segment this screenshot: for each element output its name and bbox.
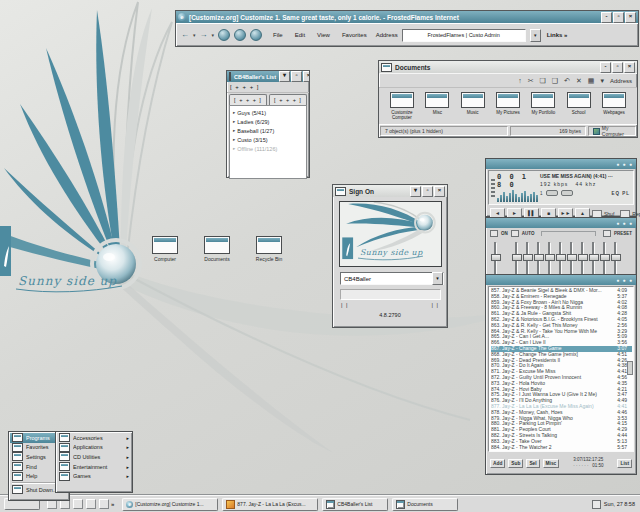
back-dropdown-icon[interactable]: ▾ xyxy=(193,32,196,38)
sign-on-titlebar[interactable]: Sign On ▾ ▫ × xyxy=(333,185,447,197)
setup-button[interactable]: | | xyxy=(341,302,348,308)
restore-button[interactable]: ▫ xyxy=(422,186,433,197)
track-title-marquee[interactable]: USE ME MISS AGAIN) (4:41) ··· xyxy=(540,173,630,179)
menu-item-games[interactable]: Games▸ xyxy=(57,471,131,481)
visualizer[interactable]: 0 0 1 8 0 xyxy=(496,171,536,204)
forward-dropdown-icon[interactable]: ▾ xyxy=(212,32,215,38)
password-field[interactable] xyxy=(340,289,441,300)
minimize-button[interactable]: - xyxy=(600,62,611,73)
buddy-group[interactable]: ▸Baseball (1/27) xyxy=(231,126,305,135)
copy-icon[interactable]: ❏ xyxy=(540,77,546,85)
restore-button[interactable]: ▫ xyxy=(613,12,624,23)
clock[interactable]: Sun, 27 8:58 xyxy=(604,501,635,507)
playlist-sel-button[interactable]: Sel xyxy=(526,459,539,468)
buddy-group[interactable]: ▸Offline (111/126) xyxy=(231,144,305,153)
menu-item-applications[interactable]: Applications▸ xyxy=(57,443,131,453)
screen-name-combobox[interactable]: CB4Baller ▾ xyxy=(340,272,444,285)
documents-titlebar[interactable]: Documents - ▫ × xyxy=(379,61,637,73)
menu-item-entertainment[interactable]: Entertainment▸ xyxy=(57,462,131,472)
tray-icon[interactable] xyxy=(592,500,601,509)
links-label[interactable]: Links » xyxy=(547,32,568,38)
playlist-scrollbar[interactable] xyxy=(627,361,633,375)
views-icon[interactable]: ▾ xyxy=(600,77,604,85)
task-button[interactable]: e[Customize.org] Customize 1... xyxy=(122,498,218,511)
window-buttons-icon[interactable]: ● ● ● xyxy=(616,161,636,167)
desktop-icon-recycle-bin[interactable]: Recycle Bin xyxy=(250,236,288,262)
clutter-mark[interactable] xyxy=(491,179,495,181)
playlist-add-button[interactable]: Add xyxy=(490,459,505,468)
forward-icon[interactable]: → xyxy=(200,31,208,39)
playlist-misc-button[interactable]: Misc xyxy=(543,459,560,468)
playlist-list-button[interactable]: List xyxy=(617,459,632,468)
folder-icon[interactable]: Music xyxy=(456,92,490,115)
slider-handle[interactable] xyxy=(545,254,555,261)
buddy-group[interactable]: ▸Custo (3/15) xyxy=(231,135,305,144)
slider-handle[interactable] xyxy=(600,254,610,261)
close-button[interactable]: × xyxy=(625,12,636,23)
clutter-mark[interactable] xyxy=(491,187,495,189)
playlist-sub-button[interactable]: Sub xyxy=(508,459,523,468)
slider-handle[interactable] xyxy=(556,254,566,261)
playlist-scrubber-dots[interactable]: · · · · · · xyxy=(573,463,588,468)
tab-list-setup[interactable]: [ + + + ] xyxy=(269,94,307,105)
address-combobox[interactable]: FrostedFlames | Custo Admin xyxy=(402,29,526,42)
menu-edit[interactable]: Edit xyxy=(292,32,308,38)
menu-item-cdutilities[interactable]: CD Utilities▸ xyxy=(57,452,131,462)
slider-handle[interactable] xyxy=(589,254,599,261)
buddy-list-titlebar[interactable]: CB4Baller's List ▾ ▫ × xyxy=(227,71,309,82)
undo-icon[interactable]: ↶ xyxy=(564,77,570,85)
sign-on-button[interactable]: | | xyxy=(432,302,439,308)
close-button[interactable]: × xyxy=(434,186,445,197)
menu-view[interactable]: View xyxy=(314,32,333,38)
close-button[interactable]: × xyxy=(303,71,309,82)
delete-icon[interactable]: ✕ xyxy=(576,77,582,85)
clutterbar[interactable] xyxy=(489,171,496,204)
clutter-mark[interactable] xyxy=(491,195,495,197)
eq-on-checkbox[interactable] xyxy=(490,230,498,237)
minimize-button[interactable]: - xyxy=(601,12,612,23)
time-display[interactable]: 0 0 1 8 0 xyxy=(496,171,536,189)
buddy-toolbar[interactable]: [ + + + ] xyxy=(227,82,309,93)
slider-handle[interactable] xyxy=(523,254,533,261)
folder-icon[interactable]: Misc xyxy=(420,92,454,115)
restore-button[interactable]: ▫ xyxy=(612,62,623,73)
folder-icon[interactable]: School xyxy=(562,92,596,115)
quick-launch-button[interactable] xyxy=(73,499,83,509)
folder-icon[interactable]: My Pictures xyxy=(491,92,525,115)
menu-favorites[interactable]: Favorites xyxy=(339,32,370,38)
slider-handle[interactable] xyxy=(567,254,577,261)
documents-address-label[interactable]: Address xyxy=(610,78,632,84)
clutter-mark[interactable] xyxy=(491,183,495,185)
eq-pl-toggles[interactable]: EQ PL xyxy=(611,191,630,196)
restore-button[interactable]: ▫ xyxy=(291,71,302,82)
playlist-row[interactable]: 884. Jay-Z - The Watcher 25:57 xyxy=(491,445,632,451)
quick-launch-overflow-icon[interactable]: » xyxy=(111,501,114,507)
window-buttons-icon[interactable]: ● ● ● xyxy=(616,277,636,283)
clutter-mark[interactable] xyxy=(491,191,495,193)
desktop-icon-computer[interactable]: Computer xyxy=(146,236,184,262)
slider-handle[interactable] xyxy=(491,254,501,261)
up-folder-icon[interactable]: ↑ xyxy=(518,77,522,85)
menu-file[interactable]: File xyxy=(270,32,286,38)
quick-launch-button[interactable] xyxy=(99,499,109,509)
home-icon[interactable] xyxy=(234,29,246,41)
back-icon[interactable]: ← xyxy=(181,31,189,39)
task-button[interactable]: Documents xyxy=(392,498,458,511)
task-button[interactable]: CB4Baller's List xyxy=(322,498,388,511)
slider-handle[interactable] xyxy=(512,254,522,261)
paste-icon[interactable]: ❑ xyxy=(552,77,558,85)
tab-online[interactable]: [ + + + ] xyxy=(229,94,267,105)
desktop-icon-documents[interactable]: Documents xyxy=(198,236,236,262)
playlist-titlebar[interactable]: ● ● ● xyxy=(486,275,636,285)
slider-handle[interactable] xyxy=(611,254,621,261)
address-dropdown-icon[interactable]: ▾ xyxy=(530,29,541,42)
task-button[interactable]: 877. Jay-Z - La La La (Excus... xyxy=(222,498,318,511)
cut-icon[interactable]: ✂ xyxy=(528,77,534,85)
screen-name-dropdown-icon[interactable]: ▾ xyxy=(432,272,443,285)
quick-launch-button[interactable] xyxy=(86,499,96,509)
menu-item-accessories[interactable]: Accessories▸ xyxy=(57,433,131,443)
folder-icon[interactable]: Webpages xyxy=(597,92,631,115)
search-icon[interactable] xyxy=(250,29,262,41)
buddy-group[interactable]: ▸Guys (5/41) xyxy=(231,108,305,117)
properties-icon[interactable]: ▦ xyxy=(588,77,595,85)
